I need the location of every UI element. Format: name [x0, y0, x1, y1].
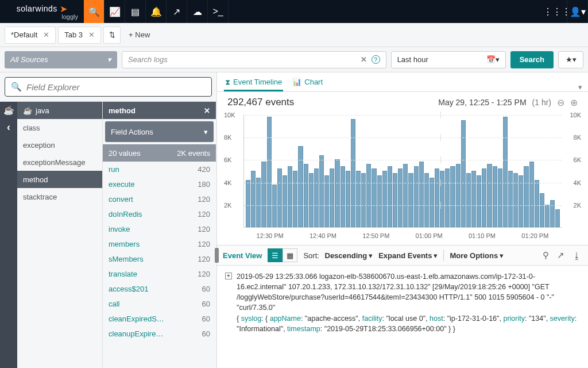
value-row[interactable]: access$20160	[103, 281, 216, 296]
coffee-icon[interactable]: ☕	[3, 105, 14, 116]
search-button[interactable]: Search	[510, 51, 554, 68]
expand-icon[interactable]: +	[225, 273, 232, 279]
new-tab-button[interactable]: + New	[123, 26, 156, 44]
chart-bar[interactable]	[372, 168, 376, 227]
chart-bar[interactable]	[261, 162, 266, 227]
chart-bar[interactable]	[529, 162, 534, 227]
list-view-icon[interactable]: ☰	[268, 248, 283, 262]
surrounding-icon[interactable]: ⚲	[541, 250, 550, 260]
chart-bar[interactable]	[503, 117, 508, 227]
timeline-chart[interactable]: 10K10K8K8K6K6K4K4K2K2K 12:30 PM12:40 PM1…	[217, 113, 588, 245]
tab-default[interactable]: *Default ✕	[5, 26, 56, 44]
time-range-dropdown[interactable]: Last hour 📅▾	[391, 51, 506, 68]
chart-bar[interactable]	[445, 168, 450, 227]
tab-chart[interactable]: 📊 Chart	[291, 74, 324, 91]
chart-bar[interactable]	[288, 166, 292, 227]
chart-bar[interactable]	[482, 168, 486, 227]
chart-bar[interactable]	[545, 205, 550, 227]
value-row[interactable]: cleanupExpire…60	[103, 326, 216, 341]
chart-bar[interactable]	[330, 168, 334, 227]
chart-bar[interactable]	[414, 166, 419, 227]
view-mode-toggle: ☰ ▦	[268, 248, 297, 262]
share-icon[interactable]: ↗	[556, 250, 566, 260]
value-row[interactable]: invoke120	[103, 221, 216, 236]
tab-overflow-button[interactable]: ⇅	[103, 26, 121, 44]
value-row[interactable]: members120	[103, 236, 216, 251]
log-text[interactable]: 2019-05-29 13:25:33.066 logazon-elb-5386…	[237, 271, 580, 334]
chart-bar[interactable]	[508, 171, 513, 227]
chart-bar[interactable]	[341, 166, 345, 227]
favorites-button[interactable]: ★▾	[558, 51, 583, 68]
value-row[interactable]: doInRedis120	[103, 206, 216, 221]
zoom-out-icon[interactable]: ⊖	[557, 97, 564, 108]
nav-apps-icon[interactable]: ⋮⋮⋮	[547, 0, 567, 23]
nav-user-icon[interactable]: 👤▾	[567, 0, 588, 23]
back-icon[interactable]: ‹	[7, 121, 10, 133]
sort-dropdown[interactable]: Sort: Descending▾	[303, 251, 373, 260]
chart-bar[interactable]	[498, 168, 502, 227]
field-actions-dropdown[interactable]: Field Actions ▾	[105, 121, 214, 142]
tab-tab3[interactable]: Tab 3 ✕	[58, 26, 101, 44]
resize-handle[interactable]	[215, 248, 219, 263]
nav-alerts-icon[interactable]: 🔔	[146, 0, 167, 23]
chart-bar[interactable]	[304, 164, 308, 227]
chart-bar[interactable]	[366, 164, 371, 227]
more-options-dropdown[interactable]: More Options▾	[450, 251, 504, 260]
nav-chart-icon[interactable]: 📈	[105, 0, 125, 23]
value-row[interactable]: call60	[103, 296, 216, 311]
category-item-exception[interactable]: exception	[17, 136, 102, 154]
nav-terminal-icon[interactable]: >_	[208, 0, 229, 23]
chart-bar[interactable]	[335, 159, 339, 227]
close-icon[interactable]: ✕	[43, 30, 49, 39]
expand-events-dropdown[interactable]: Expand Events▾	[378, 251, 438, 260]
chart-bar[interactable]	[550, 200, 555, 227]
nav-pipeline-icon[interactable]: ↗	[167, 0, 187, 23]
chart-bar[interactable]	[277, 168, 282, 227]
nav-cloud-icon[interactable]: ☁	[187, 0, 208, 23]
help-icon[interactable]: ?	[372, 55, 380, 64]
category-item-class[interactable]: class	[17, 119, 102, 136]
nav-search-icon[interactable]: 🔍	[84, 0, 105, 23]
chart-bar[interactable]	[314, 168, 319, 227]
chart-bar[interactable]	[493, 166, 497, 227]
chart-bar[interactable]	[388, 166, 392, 227]
chart-bar[interactable]	[461, 120, 466, 227]
value-row[interactable]: run420	[103, 162, 216, 177]
search-input[interactable]: Search logs ✕ ?	[122, 51, 386, 68]
chart-bar[interactable]	[471, 171, 476, 227]
tab-event-timeline[interactable]: ⧗ Event Timeline	[224, 74, 283, 91]
chart-bar[interactable]	[540, 193, 544, 227]
sources-dropdown[interactable]: All Sources ▾	[5, 51, 117, 68]
collapse-icon[interactable]: ▾	[578, 83, 582, 91]
value-row[interactable]: cleanExpiredS…60	[103, 311, 216, 326]
chart-bar[interactable]	[403, 164, 408, 227]
chart-bar[interactable]	[450, 166, 455, 227]
chart-bar[interactable]	[267, 117, 272, 227]
category-item-stacktrace[interactable]: stacktrace	[17, 188, 102, 205]
chart-bar[interactable]	[513, 173, 518, 227]
grid-view-icon[interactable]: ▦	[283, 248, 297, 262]
value-row[interactable]: execute180	[103, 177, 216, 191]
chart-bar[interactable]	[555, 209, 560, 227]
zoom-in-icon[interactable]: ⊕	[570, 97, 578, 108]
chart-bar[interactable]	[398, 168, 403, 227]
chart-bar[interactable]	[524, 166, 528, 227]
chart-bar[interactable]	[419, 162, 424, 227]
category-item-method[interactable]: method	[17, 171, 102, 188]
clear-icon[interactable]: ✕	[361, 55, 367, 64]
chart-bar[interactable]	[319, 155, 324, 227]
value-row[interactable]: sMembers120	[103, 251, 216, 266]
chart-bar[interactable]	[466, 173, 471, 227]
close-icon[interactable]: ✕	[88, 30, 95, 39]
nav-dashboard-icon[interactable]: ▤	[125, 0, 146, 23]
download-icon[interactable]: ⭳	[571, 251, 582, 260]
close-icon[interactable]: ✕	[204, 106, 210, 115]
chart-bar[interactable]	[487, 164, 492, 227]
field-explorer-input[interactable]: 🔍 Field Explorer	[5, 77, 212, 97]
value-row[interactable]: translate120	[103, 266, 216, 281]
category-item-exceptionMessage[interactable]: exceptionMessage	[17, 154, 102, 171]
chart-bar[interactable]	[456, 164, 461, 227]
chart-bar[interactable]	[435, 168, 439, 227]
chart-bar[interactable]	[535, 180, 539, 227]
value-row[interactable]: convert120	[103, 191, 216, 206]
